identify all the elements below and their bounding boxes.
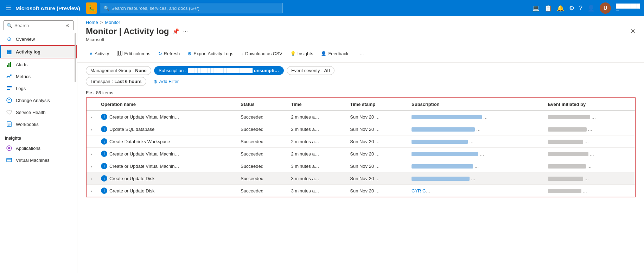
timespan-value: Last 6 hours (114, 79, 141, 84)
sidebar-item-metrics[interactable]: Metrics (0, 70, 77, 82)
help-icon[interactable]: ? (579, 5, 582, 12)
time-cell: 3 minutes a… (287, 160, 346, 172)
subscription-cell: … (407, 172, 544, 185)
table-row[interactable]: › i Create or Update Virtual Machin… Suc… (86, 160, 635, 172)
operation-name-cell: i Update SQL database (101, 126, 232, 132)
timestamp-cell: Sun Nov 20 … (346, 185, 407, 197)
sidebar-item-virtual-machines-label: Virtual Machines (16, 158, 50, 163)
table-row[interactable]: i Create Databricks Workspace Succeeded … (86, 135, 635, 148)
notification-icon[interactable]: 🔔 (557, 5, 564, 12)
row-expand-icon[interactable]: › (91, 165, 92, 169)
event-initiated-by-cell: … (544, 111, 635, 123)
event-initiated-by-cell: … (544, 148, 635, 160)
svg-rect-1 (8, 63, 9, 67)
sidebar-item-applications[interactable]: Applications (0, 142, 77, 154)
event-initiated-by-column-header[interactable]: Event initiated by (544, 98, 635, 111)
activity-button[interactable]: ∨ Activity (86, 49, 113, 58)
row-expand-icon[interactable]: › (91, 189, 92, 193)
add-filter-label: Add Filter (159, 79, 179, 84)
event-initiated-by-cell: … (544, 160, 635, 172)
row-expand-icon[interactable]: › (91, 128, 92, 132)
svg-rect-5 (7, 89, 10, 90)
bug-icon[interactable]: 🐛 (86, 2, 97, 14)
svg-point-6 (7, 98, 12, 103)
operation-name: Create or Update Disk (109, 188, 155, 193)
export-button[interactable]: ⚙ Export Activity Logs (184, 49, 237, 58)
feedback-icon[interactable]: 👤 (587, 5, 595, 12)
more-options-icon[interactable]: ··· (183, 28, 187, 34)
management-group-filter[interactable]: Management Group : None (86, 66, 151, 75)
workbooks-icon (6, 121, 12, 127)
expand-column-header (86, 98, 97, 111)
sidebar-item-service-health[interactable]: Service Health (0, 106, 77, 118)
management-group-label: Management Group (90, 68, 131, 73)
operation-name-column-header[interactable]: Operation name (97, 98, 236, 111)
operation-name-cell: i Create or Update Virtual Machin… (101, 114, 232, 120)
sidebar: 🔍 « Overview ▦ Activity log Alerts (0, 16, 77, 273)
operation-name: Create or Update Disk (109, 176, 155, 181)
row-expand-icon[interactable]: › (91, 152, 92, 156)
row-expand-icon[interactable]: › (91, 177, 92, 181)
download-csv-button[interactable]: ↓ Download as CSV (238, 49, 286, 58)
table-row[interactable]: › i Create or Update Disk Succeeded 3 mi… (86, 172, 635, 185)
operation-name-cell: i Create or Update Virtual Machin… (101, 163, 232, 169)
change-analysis-icon (6, 97, 12, 103)
event-initiated-by-cell: … (544, 172, 635, 185)
event-severity-filter[interactable]: Event severity : All (287, 66, 334, 75)
timestamp-cell: Sun Nov 20 … (346, 148, 407, 160)
time-column-header[interactable]: Time (287, 98, 346, 111)
global-search-bar[interactable]: 🔍 (100, 3, 283, 13)
close-button[interactable]: ✕ (630, 27, 636, 35)
breadcrumb-current[interactable]: Monitor (105, 20, 120, 25)
table-row[interactable]: › i Update SQL database Succeeded 2 minu… (86, 123, 635, 135)
event-initiated-by-cell: … (544, 123, 635, 135)
sidebar-item-activity-log[interactable]: ▦ Activity log (0, 45, 77, 58)
row-expand-icon[interactable]: › (91, 115, 92, 119)
search-icon: 🔍 (104, 6, 109, 11)
table-row[interactable]: › i Create or Update Virtual Machin… Suc… (86, 111, 635, 123)
timestamp-column-header[interactable]: Time stamp (346, 98, 407, 111)
subscription-value: ████████████████████ onsumption (188, 68, 279, 73)
sidebar-search[interactable]: 🔍 « (4, 20, 74, 30)
settings-icon[interactable]: ⚙ (569, 5, 574, 12)
cloud-shell-icon[interactable]: 💻 (532, 5, 540, 12)
time-cell: 2 minutes a… (287, 148, 346, 160)
add-filter-button[interactable]: ⊕ Add Filter (149, 77, 183, 86)
refresh-button[interactable]: ↻ Refresh (155, 49, 184, 58)
edit-columns-button[interactable]: Edit columns (113, 49, 154, 59)
svg-rect-2 (10, 62, 11, 67)
table-row[interactable]: › i Create or Update Virtual Machin… Suc… (86, 148, 635, 160)
feedback-button[interactable]: 👤 Feedback (317, 49, 352, 58)
status-column-header[interactable]: Status (236, 98, 287, 111)
sidebar-item-virtual-machines[interactable]: Virtual Machines (0, 154, 77, 166)
operation-name-cell: i Create or Update Disk (101, 188, 232, 194)
operation-name: Create Databricks Workspace (109, 139, 170, 144)
global-search-input[interactable] (111, 6, 279, 11)
svg-point-12 (8, 147, 10, 149)
breadcrumb-home[interactable]: Home (86, 20, 98, 25)
user-avatar[interactable]: U (600, 2, 611, 14)
directory-icon[interactable]: 📋 (544, 5, 552, 12)
sidebar-search-input[interactable] (14, 23, 62, 28)
pin-icon[interactable]: 📌 (172, 28, 179, 35)
sidebar-item-alerts[interactable]: Alerts (0, 58, 77, 70)
info-icon: i (101, 151, 107, 157)
hamburger-menu-icon[interactable]: ☰ (4, 3, 13, 13)
event-severity-label: Event severity (291, 68, 320, 73)
sidebar-collapse-button[interactable]: « (64, 22, 70, 28)
sidebar-item-overview[interactable]: Overview (0, 33, 77, 45)
svg-rect-10 (8, 125, 9, 126)
more-toolbar-button[interactable]: ··· (356, 49, 367, 58)
table-row[interactable]: › i Create or Update Disk Succeeded 3 mi… (86, 185, 635, 197)
insights-button[interactable]: 💡 Insights (287, 49, 317, 58)
subscription-column-header[interactable]: Subscription (407, 98, 544, 111)
time-cell: 2 minutes a… (287, 111, 346, 123)
subscription-cell: … (407, 135, 544, 148)
sidebar-item-workbooks[interactable]: Workbooks (0, 118, 77, 130)
status-cell: Succeeded (236, 123, 287, 135)
subscription-filter[interactable]: Subscription : ████████████████████ onsu… (154, 66, 284, 75)
sidebar-item-change-analysis[interactable]: Change Analysis (0, 94, 77, 106)
sidebar-scrollbar[interactable] (75, 33, 76, 82)
timespan-filter[interactable]: Timespan : Last 6 hours (86, 77, 146, 86)
sidebar-item-logs[interactable]: Logs (0, 82, 77, 94)
